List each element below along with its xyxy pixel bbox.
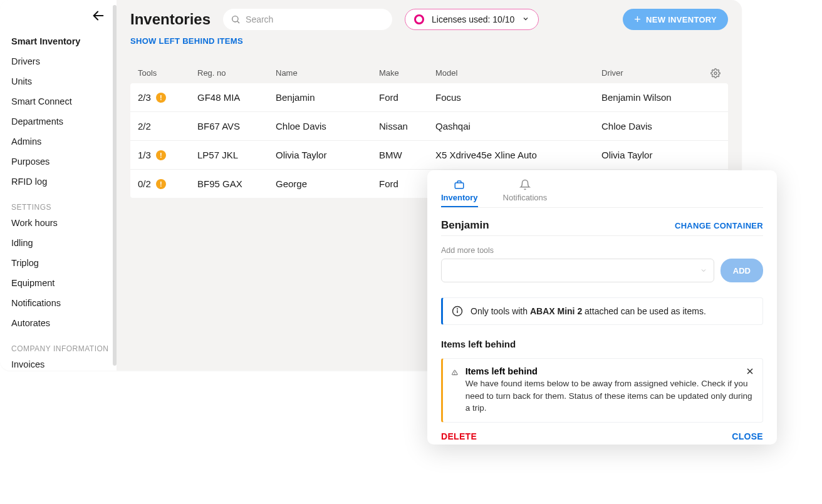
- tab-notifications-label: Notifications: [503, 193, 548, 202]
- toolbox-icon: [454, 179, 465, 190]
- panel-tabs: Inventory Notifications: [441, 179, 763, 208]
- cell-driver: Benjamin Wilson: [601, 92, 702, 103]
- cell-model: Qashqai: [435, 121, 601, 131]
- sidebar-item-rfid-log[interactable]: RFID log: [11, 172, 117, 192]
- show-left-behind-link[interactable]: SHOW LEFT BEHIND ITEMS: [130, 36, 728, 46]
- sidebar: Smart Inventory Drivers Units Smart Conn…: [0, 0, 117, 371]
- section-items-left-behind: Items left behind: [441, 339, 763, 349]
- cell-model: Focus: [435, 92, 601, 103]
- tab-inventory[interactable]: Inventory: [441, 179, 478, 207]
- sidebar-item-smart-inventory[interactable]: Smart Inventory: [11, 31, 117, 51]
- warning-close-button[interactable]: [745, 366, 755, 379]
- sidebar-scrollbar[interactable]: [113, 5, 117, 366]
- add-tools-label: Add more tools: [441, 246, 763, 255]
- plus-icon: +: [634, 14, 641, 25]
- info-icon: [452, 306, 463, 317]
- table-row[interactable]: 2/3!GF48 MIABenjaminFordFocusBenjamin Wi…: [130, 83, 728, 111]
- page-title: Inventories: [130, 11, 211, 28]
- cell-regno: LP57 JKL: [197, 150, 276, 160]
- sidebar-item-idling[interactable]: Idling: [11, 233, 117, 253]
- gear-icon: [710, 68, 721, 78]
- sidebar-heading-settings: SETTINGS: [11, 203, 117, 212]
- cell-tools: 2/3!: [138, 92, 197, 103]
- sidebar-item-triplog[interactable]: Triplog: [11, 253, 117, 273]
- cell-regno: BF95 GAX: [197, 178, 276, 189]
- svg-point-1: [232, 16, 238, 22]
- change-container-link[interactable]: CHANGE CONTAINER: [675, 221, 763, 230]
- table-row[interactable]: 1/3!LP57 JKLOlivia TaylorBMWX5 Xdrive45e…: [130, 140, 728, 169]
- panel-header: Benjamin CHANGE CONTAINER: [441, 219, 763, 236]
- cell-name: Olivia Taylor: [276, 150, 379, 160]
- svg-point-3: [714, 72, 717, 75]
- cell-tools: 0/2!: [138, 178, 197, 189]
- warning-dot-icon: !: [156, 179, 166, 189]
- sidebar-item-departments[interactable]: Departments: [11, 111, 117, 131]
- cell-tools: 1/3!: [138, 150, 197, 160]
- warning-icon: [452, 366, 458, 379]
- svg-line-2: [237, 21, 239, 23]
- cell-regno: GF48 MIA: [197, 92, 276, 103]
- back-arrow-icon[interactable]: [91, 9, 105, 26]
- license-status-icon: [414, 14, 424, 24]
- chevron-down-icon: [522, 14, 529, 24]
- tool-select[interactable]: [441, 259, 714, 282]
- sidebar-item-smart-connect[interactable]: Smart Connect: [11, 91, 117, 111]
- svg-rect-4: [455, 183, 464, 188]
- cell-make: BMW: [379, 150, 435, 160]
- licenses-dropdown[interactable]: Licenses used: 10/10: [405, 9, 539, 30]
- add-button[interactable]: ADD: [721, 259, 763, 282]
- sidebar-item-work-hours[interactable]: Work hours: [11, 213, 117, 233]
- sidebar-item-autorates[interactable]: Autorates: [11, 313, 117, 333]
- cell-name: Chloe Davis: [276, 121, 379, 131]
- warning-banner: Items left behind We have found items be…: [441, 358, 763, 423]
- sidebar-item-purposes[interactable]: Purposes: [11, 152, 117, 172]
- warning-dot-icon: !: [156, 93, 166, 103]
- detail-panel: Inventory Notifications Benjamin CHANGE …: [427, 170, 777, 445]
- table-settings-button[interactable]: [702, 68, 721, 78]
- tab-notifications[interactable]: Notifications: [503, 179, 548, 207]
- bell-icon: [519, 179, 531, 190]
- close-button[interactable]: CLOSE: [732, 431, 763, 441]
- sidebar-item-units[interactable]: Units: [11, 71, 117, 91]
- topbar: Inventories Licenses used: 10/10 + NEW I…: [130, 9, 728, 30]
- cell-tools: 2/2: [138, 121, 197, 131]
- panel-footer: DELETE CLOSE: [441, 423, 763, 441]
- col-driver: Driver: [601, 68, 702, 78]
- col-name: Name: [276, 68, 379, 78]
- svg-point-7: [457, 309, 458, 309]
- warning-dot-icon: !: [156, 150, 166, 160]
- warning-title: Items left behind: [466, 366, 754, 376]
- table-row[interactable]: 2/2BF67 AVSChloe DavisNissanQashqaiChloe…: [130, 111, 728, 140]
- add-tools-row: ADD: [441, 259, 763, 282]
- sidebar-item-drivers[interactable]: Drivers: [11, 51, 117, 71]
- sidebar-item-notifications[interactable]: Notifications: [11, 293, 117, 313]
- col-make: Make: [379, 68, 435, 78]
- search-input[interactable]: [246, 14, 385, 24]
- table-header: Tools Reg. no Name Make Model Driver: [130, 63, 728, 83]
- sidebar-item-admins[interactable]: Admins: [11, 131, 117, 152]
- info-text: Only tools with ABAX Mini 2 attached can…: [471, 306, 706, 316]
- cell-regno: BF67 AVS: [197, 121, 276, 131]
- cell-driver: Chloe Davis: [601, 121, 702, 131]
- sidebar-item-equipment[interactable]: Equipment: [11, 273, 117, 293]
- cell-make: Nissan: [379, 121, 435, 131]
- new-inventory-button[interactable]: + NEW INVENTORY: [623, 9, 728, 30]
- search-icon: [231, 14, 241, 24]
- cell-name: Benjamin: [276, 92, 379, 103]
- cell-driver: Olivia Taylor: [601, 150, 702, 160]
- cell-name: George: [276, 178, 379, 189]
- panel-name: Benjamin: [441, 219, 489, 232]
- chevron-down-icon: [700, 267, 707, 274]
- col-model: Model: [435, 68, 601, 78]
- search-field[interactable]: [223, 9, 392, 30]
- sidebar-item-invoices[interactable]: Invoices: [11, 354, 117, 371]
- cell-make: Ford: [379, 92, 435, 103]
- col-tools: Tools: [138, 68, 197, 78]
- col-regno: Reg. no: [197, 68, 276, 78]
- tab-inventory-label: Inventory: [441, 193, 478, 202]
- licenses-label: Licenses used: 10/10: [432, 14, 514, 24]
- delete-button[interactable]: DELETE: [441, 431, 477, 441]
- cell-model: X5 Xdrive45e Xline Auto: [435, 150, 601, 160]
- info-banner: Only tools with ABAX Mini 2 attached can…: [441, 297, 763, 325]
- close-icon: [745, 366, 755, 376]
